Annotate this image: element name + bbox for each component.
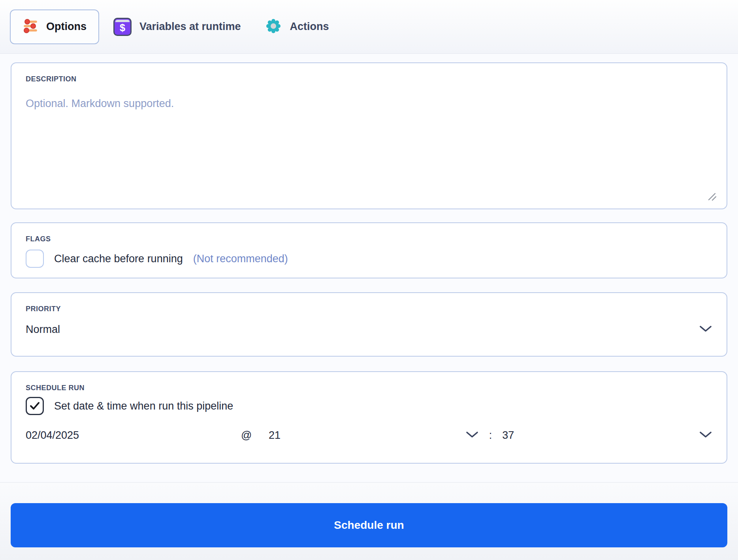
dollar-glyph: $	[120, 22, 125, 34]
tab-actions[interactable]: Actions	[265, 17, 329, 36]
tab-options[interactable]: Options	[10, 9, 99, 44]
set-datetime-row: Set date & time when run this pipeline	[26, 397, 712, 415]
footer-bar: Schedule run	[0, 482, 738, 560]
tab-options-label: Options	[46, 21, 87, 33]
date-input[interactable]: 02/04/2025	[26, 429, 241, 442]
minute-value: 37	[502, 429, 514, 442]
tab-variables-label: Variables at runtime	[139, 21, 241, 33]
at-symbol: @	[241, 429, 269, 442]
options-panel: DESCRIPTION FLAGS Clear cache before run…	[0, 54, 738, 482]
datetime-row: 02/04/2025 @ 21 : 37	[26, 429, 712, 442]
chevron-down-icon	[699, 431, 712, 440]
clear-cache-row: Clear cache before running (Not recommen…	[26, 250, 712, 268]
flags-label: FLAGS	[26, 235, 712, 243]
chevron-down-icon	[699, 325, 712, 334]
description-card: DESCRIPTION	[11, 62, 727, 209]
priority-label: PRIORITY	[26, 305, 712, 313]
priority-selected-value: Normal	[26, 323, 60, 336]
schedule-run-card: SCHEDULE RUN Set date & time when run th…	[11, 371, 727, 464]
minute-select[interactable]: 37	[502, 429, 712, 442]
time-separator: :	[479, 429, 503, 442]
gear-icon	[265, 17, 282, 36]
flags-card: FLAGS Clear cache before running (Not re…	[11, 222, 727, 278]
priority-card: PRIORITY Normal	[11, 292, 727, 357]
tab-actions-label: Actions	[290, 21, 329, 33]
resize-handle-icon[interactable]	[707, 191, 717, 203]
clear-cache-checkbox[interactable]	[26, 250, 44, 268]
tab-variables-at-runtime[interactable]: $ Variables at runtime	[113, 18, 241, 36]
schedule-run-button[interactable]: Schedule run	[11, 503, 727, 547]
tab-bar: Options $ Variables at runtime	[0, 0, 738, 54]
variables-book-icon: $	[113, 18, 132, 36]
set-datetime-checkbox[interactable]	[26, 397, 44, 415]
chevron-down-icon	[465, 431, 479, 440]
hour-select[interactable]: 21	[269, 429, 479, 442]
clear-cache-label: Clear cache before running	[54, 253, 183, 265]
set-datetime-label: Set date & time when run this pipeline	[54, 400, 233, 412]
sliders-icon	[23, 18, 38, 36]
schedule-run-label: SCHEDULE RUN	[26, 384, 712, 392]
hour-value: 21	[269, 429, 281, 442]
priority-select[interactable]: Normal	[26, 323, 712, 336]
description-label: DESCRIPTION	[26, 75, 712, 83]
clear-cache-note: (Not recommended)	[193, 253, 288, 265]
description-input[interactable]	[26, 98, 712, 195]
